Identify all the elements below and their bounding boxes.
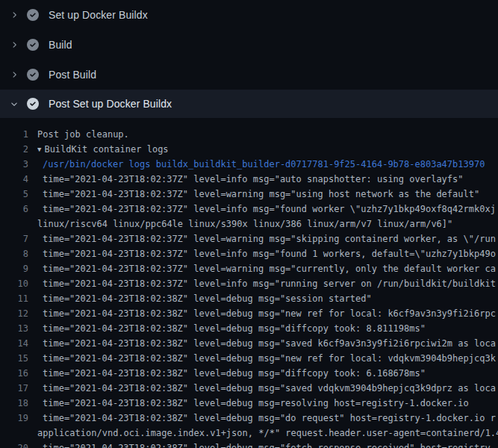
log-line-number[interactable]: 4 <box>0 172 28 187</box>
log-line-text: time="2021-04-23T18:02:37Z" level=info m… <box>43 246 496 261</box>
log-line-number[interactable]: 3 <box>0 157 28 172</box>
log-line-number[interactable]: 1 <box>0 127 28 142</box>
log-line-text: time="2021-04-23T18:02:38Z" level=debug … <box>43 306 496 321</box>
log-line: 11 time="2021-04-23T18:02:38Z" level=deb… <box>0 291 498 306</box>
log-line: 1 Post job cleanup. <box>0 127 498 142</box>
log-line: 8 time="2021-04-23T18:02:37Z" level=info… <box>0 246 498 261</box>
log-line-text: time="2021-04-23T18:02:38Z" level=debug … <box>43 381 496 396</box>
step-label: Post Build <box>49 69 96 81</box>
log-line-number[interactable]: 14 <box>0 336 28 351</box>
log-line-number[interactable] <box>0 426 28 441</box>
log-line-number[interactable]: 18 <box>0 396 28 411</box>
log-line: 2 ▼BuildKit container logs <box>0 142 498 157</box>
log-line-number[interactable]: 17 <box>0 381 28 396</box>
log-line: 14 time="2021-04-23T18:02:38Z" level=deb… <box>0 336 498 351</box>
log-line: 9 time="2021-04-23T18:02:37Z" level=warn… <box>0 261 498 276</box>
log-line: 5 time="2021-04-23T18:02:37Z" level=warn… <box>0 187 498 202</box>
check-circle-icon <box>27 69 39 81</box>
log-line-text: time="2021-04-23T18:02:38Z" level=debug … <box>43 291 372 306</box>
log-line-number[interactable]: 16 <box>0 366 28 381</box>
log-line-text: time="2021-04-23T18:02:37Z" level=warnin… <box>43 231 496 246</box>
log-line-text[interactable]: ▼BuildKit container logs <box>37 142 169 157</box>
log-line-number[interactable]: 9 <box>0 261 28 276</box>
step-label: Build <box>49 39 72 51</box>
step-header-set-up-docker-buildx[interactable]: Set up Docker Buildx <box>0 0 498 30</box>
log-line-number[interactable]: 8 <box>0 246 28 261</box>
log-line: 3 /usr/bin/docker logs buildx_buildkit_b… <box>0 157 498 172</box>
log-line-number[interactable]: 19 <box>0 411 28 426</box>
chevron-right-icon <box>9 40 19 50</box>
log-line: 10 time="2021-04-23T18:02:37Z" level=inf… <box>0 276 498 291</box>
log-line-text: time="2021-04-23T18:02:38Z" level=debug … <box>43 366 426 381</box>
log-line-number[interactable]: 12 <box>0 306 28 321</box>
chevron-down-icon <box>9 99 19 109</box>
log-line-text: time="2021-04-23T18:02:38Z" level=debug … <box>43 351 496 366</box>
step-header-build[interactable]: Build <box>0 30 498 60</box>
step-label: Set up Docker Buildx <box>49 9 148 21</box>
group-expand-triangle-icon: ▼ <box>37 142 41 157</box>
log-line-number[interactable]: 15 <box>0 351 28 366</box>
log-line: 17 time="2021-04-23T18:02:38Z" level=deb… <box>0 381 498 396</box>
log-line: 13 time="2021-04-23T18:02:38Z" level=deb… <box>0 321 498 336</box>
log-line-text: time="2021-04-23T18:02:37Z" level=info m… <box>43 202 496 217</box>
log-line-text: time="2021-04-23T18:02:37Z" level=info m… <box>43 276 496 291</box>
steps-list: Set up Docker Buildx Build P <box>0 0 498 118</box>
log-line: 15 time="2021-04-23T18:02:38Z" level=deb… <box>0 351 498 366</box>
log-line-number[interactable]: 5 <box>0 187 28 202</box>
log-line: 19 time="2021-04-23T18:02:38Z" level=deb… <box>0 411 498 426</box>
chevron-right-icon <box>9 69 19 80</box>
log-line-number[interactable]: 20 <box>0 441 28 448</box>
check-circle-icon <box>27 39 39 51</box>
step-header-post-build[interactable]: Post Build <box>0 60 498 90</box>
log-line: 20 time="2021-04-23T18:02:38Z" level=deb… <box>0 441 498 448</box>
log-line-number[interactable]: 6 <box>0 202 28 217</box>
log-line-text: time="2021-04-23T18:02:38Z" level=debug … <box>43 396 469 411</box>
check-circle-icon <box>27 98 39 110</box>
log-line-text: /usr/bin/docker logs buildx_buildkit_bui… <box>43 157 485 172</box>
log-line: 4 time="2021-04-23T18:02:37Z" level=info… <box>0 172 498 187</box>
log-line-text: time="2021-04-23T18:02:38Z" level=debug … <box>43 411 496 426</box>
log-line: application/vnd.oci.image.index.v1+json,… <box>0 426 498 441</box>
log-line-number[interactable]: 2 <box>0 142 28 157</box>
log-line-number[interactable]: 13 <box>0 321 28 336</box>
log-line-text: time="2021-04-23T18:02:38Z" level=debug … <box>43 321 426 336</box>
log-line-number[interactable]: 7 <box>0 231 28 246</box>
log-line: 18 time="2021-04-23T18:02:38Z" level=deb… <box>0 396 498 411</box>
log-line-number[interactable]: 11 <box>0 291 28 306</box>
log-line: linux/riscv64 linux/ppc64le linux/s390x … <box>0 217 498 231</box>
log-line-text: time="2021-04-23T18:02:38Z" level=debug … <box>43 441 496 448</box>
chevron-right-icon <box>9 10 19 20</box>
log-line-number[interactable] <box>0 217 28 231</box>
step-header-post-set-up-docker-buildx[interactable]: Post Set up Docker Buildx <box>0 90 498 118</box>
log-line-text: time="2021-04-23T18:02:37Z" level=info m… <box>43 172 464 187</box>
log-line-text: time="2021-04-23T18:02:38Z" level=debug … <box>43 336 496 351</box>
actions-log-viewer: Set up Docker Buildx Build P <box>0 0 498 448</box>
log-line: 7 time="2021-04-23T18:02:37Z" level=warn… <box>0 231 498 246</box>
log-line-number[interactable]: 10 <box>0 276 28 291</box>
log-line: 16 time="2021-04-23T18:02:38Z" level=deb… <box>0 366 498 381</box>
log-line: 12 time="2021-04-23T18:02:38Z" level=deb… <box>0 306 498 321</box>
log-line: 6 time="2021-04-23T18:02:37Z" level=info… <box>0 202 498 217</box>
step-label: Post Set up Docker Buildx <box>49 98 172 110</box>
check-circle-icon <box>27 9 39 21</box>
log-pane: 1 Post job cleanup. 2 ▼BuildKit containe… <box>0 118 498 448</box>
log-line-text: Post job cleanup. <box>37 127 129 142</box>
log-line-text: linux/riscv64 linux/ppc64le linux/s390x … <box>37 217 452 231</box>
log-line-text: time="2021-04-23T18:02:37Z" level=warnin… <box>43 187 479 202</box>
log-line-text: application/vnd.oci.image.index.v1+json,… <box>37 426 498 441</box>
log-line-text: time="2021-04-23T18:02:37Z" level=warnin… <box>43 261 496 276</box>
